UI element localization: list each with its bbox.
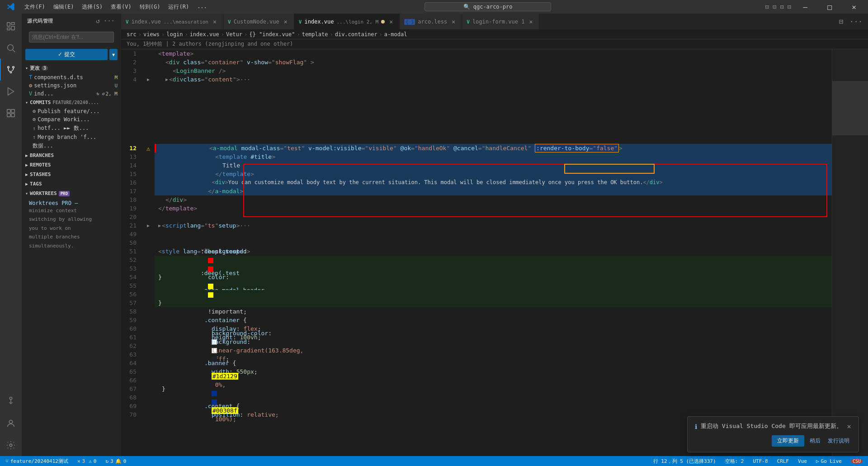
- layout-icon1[interactable]: ⊟: [765, 3, 769, 10]
- tab-customnode-vue[interactable]: V CustomNode.vue ×: [223, 14, 294, 29]
- stashes-chevron: ▶: [25, 172, 28, 177]
- change-filename-2: settings.json: [34, 82, 76, 89]
- editor-toolbar-icons: ⊟ ···: [833, 16, 868, 27]
- activity-run-debug[interactable]: [0, 81, 22, 102]
- activity-extensions[interactable]: [0, 102, 22, 124]
- tab-index-vue-measuration[interactable]: V index.vue ...\measuration ×: [121, 14, 223, 29]
- activity-explorer[interactable]: [0, 15, 22, 37]
- activity-gitlens[interactable]: [0, 389, 22, 411]
- minimap: [832, 49, 868, 456]
- code-line-14: Title: [155, 161, 832, 170]
- tab-arco-less[interactable]: { } arco.less ×: [400, 14, 462, 29]
- changes-section-header[interactable]: ▾ 更改 3: [22, 63, 121, 73]
- tab-close-1[interactable]: ×: [211, 18, 218, 25]
- tab-login-form-vue[interactable]: V login-form.vue 1 ×: [462, 14, 539, 29]
- worktrees-title-text: Worktrees PRO —: [29, 200, 114, 206]
- code-line-blank-6: [155, 92, 832, 101]
- status-sync[interactable]: ↻ 3 🔔 0: [104, 458, 128, 464]
- change-item-ind[interactable]: V ind... ↻ ↺ 2, M: [22, 90, 121, 98]
- commits-label: COMMITS: [30, 100, 51, 105]
- code-line-55: :deep(.test .arco-modal-header .arco-mod…: [155, 281, 832, 290]
- sidebar-action-refresh[interactable]: ↺: [95, 16, 100, 25]
- tab-close-3[interactable]: ×: [387, 18, 395, 25]
- code-line-49: [155, 230, 832, 238]
- commit-item-3[interactable]: 数据...: [22, 141, 121, 151]
- commit-message-area: [22, 28, 121, 46]
- menu-view[interactable]: 查看(V): [107, 2, 135, 12]
- code-line-58: [155, 307, 832, 316]
- worktrees-section-header[interactable]: ▾ WORKTREES PRO: [22, 189, 121, 198]
- status-line-ending[interactable]: CRLF: [775, 458, 791, 464]
- worktrees-desc1: minimize context: [29, 206, 114, 215]
- svg-point-4: [8, 45, 14, 51]
- tab-close-5[interactable]: ×: [527, 18, 534, 25]
- status-encoding[interactable]: UTF-8: [751, 458, 769, 464]
- commits-publish[interactable]: ⊙ Publish feature/...: [22, 107, 121, 115]
- split-editor-icon[interactable]: ⊟: [837, 16, 845, 27]
- warning-count: 0: [94, 458, 97, 464]
- dark-swatch: [212, 357, 217, 362]
- commits-compare[interactable]: ⊙ Compare Worki...: [22, 115, 121, 124]
- status-avatar[interactable]: CSU: [849, 459, 864, 464]
- code-editor[interactable]: 1 2 3 4 12 13 14 15 16 17 18 19 20: [121, 49, 868, 456]
- status-line-col[interactable]: 行 12，列 5 (已选择337): [651, 458, 718, 465]
- change-item-components[interactable]: T components.d.ts M: [22, 73, 121, 81]
- status-errors[interactable]: ✕ 3 ⚠ 0: [75, 458, 99, 464]
- commit-dropdown-button[interactable]: ▾: [109, 49, 118, 60]
- stashes-section-header[interactable]: ▶ STASHES: [22, 170, 121, 179]
- tags-section-header[interactable]: ▶ TAGS: [22, 179, 121, 189]
- code-content[interactable]: <template> <div class="container" v-show…: [153, 49, 832, 456]
- commits-section-header[interactable]: ▾ COMMITS feature/20240....: [22, 98, 121, 107]
- minimap-highlight: [832, 81, 868, 135]
- commit-button[interactable]: ✓ 提交: [25, 49, 108, 60]
- layout-icon2[interactable]: ⊟: [773, 3, 776, 10]
- close-button[interactable]: ✕: [844, 0, 864, 14]
- sidebar: 源代码管理 ↺ ··· ✓ 提交 ▾ ▾ 更改 3: [22, 14, 121, 456]
- commit-item-1[interactable]: ↑ hotf... ►► 数...: [22, 124, 121, 133]
- more-actions-icon[interactable]: ···: [848, 16, 864, 27]
- release-notes-button[interactable]: 发行说明: [826, 435, 851, 447]
- tab-index-vue-login[interactable]: V index.vue ...\login 2, M ×: [294, 14, 400, 29]
- menu-more[interactable]: ...: [193, 2, 211, 12]
- fold-arrow-4[interactable]: ▶: [147, 77, 150, 82]
- status-language[interactable]: Vue: [796, 458, 809, 464]
- branches-section-header[interactable]: ▶ BRANCHES: [22, 151, 121, 160]
- publish-icon: ⊙: [33, 108, 36, 114]
- menu-select[interactable]: 选择(S): [78, 2, 106, 12]
- code-line-16: <div>You can customize modal body text b…: [155, 178, 832, 187]
- code-line-blank-10: [155, 127, 832, 135]
- remotes-section-header[interactable]: ▶ REMOTES: [22, 160, 121, 170]
- title-bar-left: 文件(F) 编辑(E) 选择(S) 查看(V) 转到(G) 运行(R) ...: [4, 0, 211, 14]
- menu-goto[interactable]: 转到(G): [136, 2, 164, 12]
- tab-close-4[interactable]: ×: [450, 18, 457, 25]
- menu-edit[interactable]: 编辑(E): [50, 2, 78, 12]
- activity-settings[interactable]: [0, 434, 22, 456]
- minimize-button[interactable]: —: [795, 0, 816, 14]
- status-spaces[interactable]: 空格: 2: [723, 458, 746, 465]
- tab-close-2[interactable]: ×: [282, 18, 289, 25]
- error-count: 3: [82, 458, 85, 464]
- notification-close-button[interactable]: ×: [847, 422, 851, 431]
- layout-icon3[interactable]: ⊟: [780, 3, 783, 10]
- status-live-share[interactable]: ▷ Go Live: [814, 458, 844, 464]
- commit-item-2[interactable]: ↑ Merge branch 'f...: [22, 133, 121, 141]
- status-branch[interactable]: ⑂ feature/20240412测试: [4, 458, 70, 465]
- maximize-button[interactable]: □: [819, 0, 840, 14]
- menu-file[interactable]: 文件(F): [21, 2, 49, 12]
- activity-account[interactable]: [0, 413, 22, 434]
- git-info-text: You, 1秒钟前 | 2 authors (zengjinping and o…: [127, 40, 293, 48]
- worktrees-desc2: switching by allowing: [29, 215, 114, 223]
- fold-arrow-21[interactable]: ▶: [147, 223, 150, 228]
- menu-run[interactable]: 运行(R): [165, 2, 193, 12]
- notification-text: 重启动 Visual Studio Code 即可应用最新更新。: [701, 422, 843, 430]
- update-now-button[interactable]: 立即更新: [772, 435, 804, 447]
- global-search-bar[interactable]: 🔍 qgc-arco-pro: [425, 2, 551, 11]
- update-later-button[interactable]: 稍后: [808, 435, 822, 447]
- change-item-settings[interactable]: ⚙ settings.json U: [22, 81, 121, 90]
- layout-icon4[interactable]: ⊟: [788, 3, 791, 10]
- activity-search[interactable]: [0, 37, 22, 59]
- branch-name: feature/20240412测试: [10, 458, 68, 465]
- commit-message-input[interactable]: [29, 32, 114, 43]
- sidebar-action-menu[interactable]: ···: [103, 16, 116, 25]
- activity-source-control[interactable]: [0, 59, 22, 81]
